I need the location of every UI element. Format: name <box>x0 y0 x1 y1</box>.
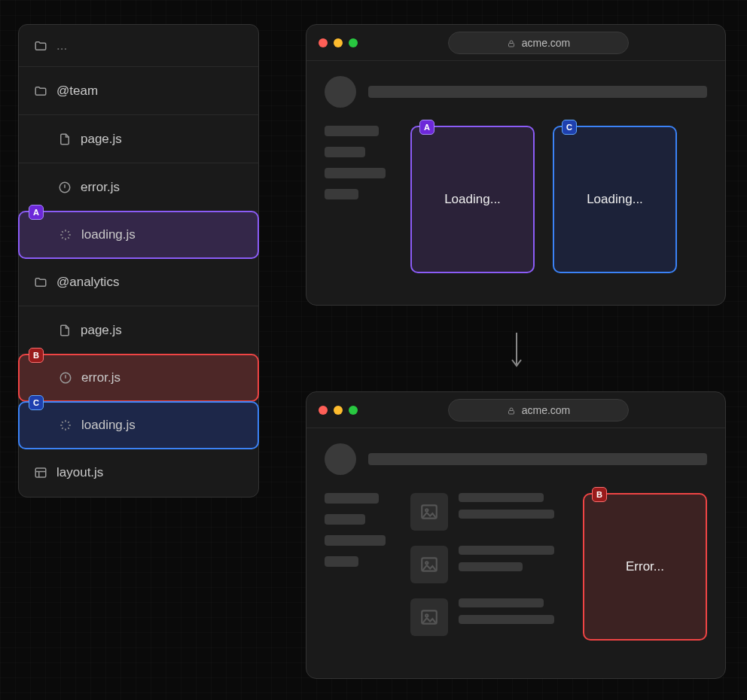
file-tree-panel: ... @team page.js error.js A loading.js … <box>18 24 259 498</box>
minimize-dot-icon[interactable] <box>334 406 343 415</box>
placeholder-line <box>325 556 358 567</box>
browser-mock-top: acme.com A Loading... C Loading... <box>306 24 726 306</box>
badge-b: B <box>592 487 607 502</box>
loading-card-c: C Loading... <box>553 126 677 273</box>
sidebar-placeholder <box>325 126 392 199</box>
placeholder-line <box>325 535 386 546</box>
avatar-placeholder <box>325 76 356 108</box>
placeholder-line <box>325 147 365 157</box>
title-placeholder <box>368 86 707 98</box>
error-card-b: B Error... <box>583 493 707 641</box>
placeholder-line <box>459 615 554 624</box>
close-dot-icon[interactable] <box>319 38 328 47</box>
page-header-placeholder <box>325 76 707 108</box>
placeholder-line <box>325 126 379 136</box>
badge-a: A <box>419 120 434 135</box>
placeholder-line <box>459 598 544 607</box>
browser-mock-bottom: acme.com <box>306 391 726 679</box>
placeholder-line <box>459 546 554 555</box>
tree-item-label: @analytics <box>56 275 119 290</box>
title-placeholder <box>368 453 707 465</box>
tree-item-layout[interactable]: layout.js <box>19 449 258 497</box>
url-text: acme.com <box>522 37 571 49</box>
loading-icon <box>59 228 72 242</box>
tree-item-label: page.js <box>81 323 122 338</box>
lock-icon <box>507 38 516 47</box>
svg-rect-2 <box>35 468 46 477</box>
image-placeholder-icon <box>410 546 448 583</box>
tree-item-team-loading[interactable]: A loading.js <box>18 211 259 259</box>
placeholder-line <box>459 562 523 571</box>
placeholder-line <box>325 514 365 525</box>
browser-bar: acme.com <box>306 25 725 61</box>
loading-icon <box>59 418 72 432</box>
tree-item-analytics-loading[interactable]: C loading.js <box>18 401 259 449</box>
tree-item-label: error.js <box>81 180 120 195</box>
list-item <box>410 493 565 531</box>
tree-header-row: ... <box>19 25 258 67</box>
tree-item-analytics-page[interactable]: page.js <box>19 306 258 355</box>
tree-item-label: layout.js <box>56 465 103 480</box>
card-text: Loading... <box>444 192 501 207</box>
browser-body: A Loading... C Loading... <box>306 61 725 288</box>
badge-c: C <box>29 395 44 410</box>
browser-body: B Error... <box>306 428 725 656</box>
minimize-dot-icon[interactable] <box>334 38 343 47</box>
list-item <box>410 598 565 636</box>
tree-item-team-page[interactable]: page.js <box>19 115 258 163</box>
svg-point-8 <box>425 562 428 564</box>
maximize-dot-icon[interactable] <box>349 38 358 47</box>
svg-rect-3 <box>508 43 514 47</box>
tree-item-team[interactable]: @team <box>19 67 258 115</box>
traffic-lights <box>319 406 358 415</box>
traffic-lights <box>319 38 358 47</box>
layout-icon <box>34 466 47 479</box>
card-text: Loading... <box>587 192 643 207</box>
image-placeholder-icon <box>410 493 448 531</box>
sidebar-placeholder <box>325 493 392 567</box>
page-header-placeholder <box>325 443 707 475</box>
badge-b: B <box>29 348 44 363</box>
error-icon <box>58 181 72 194</box>
avatar-placeholder <box>325 443 356 475</box>
maximize-dot-icon[interactable] <box>349 406 358 415</box>
badge-c: C <box>562 120 577 135</box>
folder-icon <box>34 39 47 53</box>
error-icon <box>59 371 72 385</box>
tree-header-label: ... <box>56 38 67 53</box>
svg-point-6 <box>425 509 428 511</box>
image-placeholder-icon <box>410 598 448 636</box>
placeholder-line <box>459 510 554 519</box>
file-icon <box>58 324 72 337</box>
url-text: acme.com <box>522 404 571 416</box>
tree-item-analytics-error[interactable]: B error.js <box>18 354 259 402</box>
tree-item-label: loading.js <box>81 227 136 242</box>
close-dot-icon[interactable] <box>319 406 328 415</box>
placeholder-line <box>325 168 386 178</box>
url-bar[interactable]: acme.com <box>448 399 629 422</box>
badge-a: A <box>29 205 44 220</box>
placeholder-line <box>325 493 379 504</box>
tree-item-label: @team <box>56 84 98 99</box>
lock-icon <box>507 406 516 415</box>
list-item <box>410 546 565 583</box>
file-icon <box>58 132 72 146</box>
loading-card-a: A Loading... <box>410 126 535 273</box>
placeholder-line <box>325 189 358 199</box>
tree-item-label: error.js <box>81 370 120 385</box>
svg-point-10 <box>425 614 428 616</box>
arrow-down-icon <box>509 331 524 369</box>
folder-icon <box>34 275 47 289</box>
card-text: Error... <box>626 559 664 574</box>
folder-icon <box>34 84 47 98</box>
tree-item-analytics[interactable]: @analytics <box>19 258 258 306</box>
content-list-placeholder <box>410 493 565 636</box>
placeholder-line <box>459 493 544 502</box>
browser-bar: acme.com <box>306 392 725 428</box>
svg-rect-4 <box>508 410 514 414</box>
tree-item-label: page.js <box>81 132 122 147</box>
url-bar[interactable]: acme.com <box>448 32 629 54</box>
tree-item-team-error[interactable]: error.js <box>19 163 258 212</box>
tree-item-label: loading.js <box>81 418 136 433</box>
